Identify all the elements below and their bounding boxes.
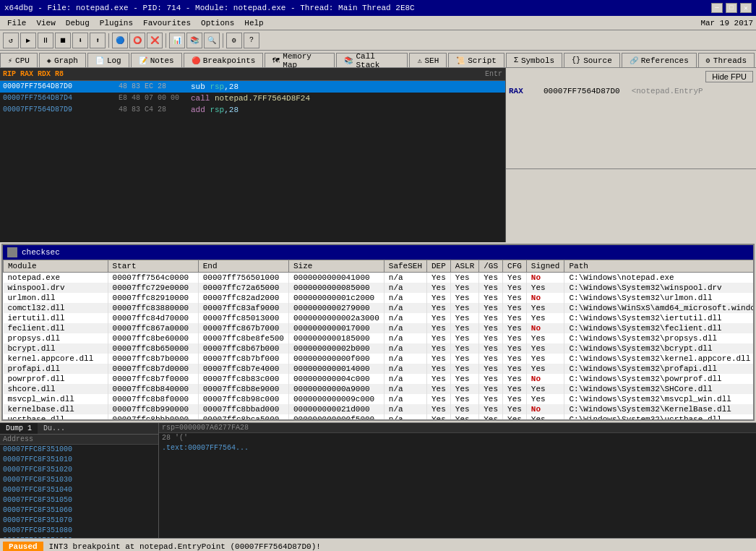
menu-debug[interactable]: Debug <box>61 18 94 28</box>
dump-row[interactable]: 00007FFC8F351050 <box>0 495 158 505</box>
table-row[interactable]: kernel.appcore.dll00007ffc8b7b000000007f… <box>4 354 754 364</box>
table-row[interactable]: ucrtbase.dll00007ffc8bbb000000007ffc8bca… <box>4 414 754 419</box>
menu-view[interactable]: View <box>32 18 59 28</box>
dump-row[interactable]: 00007FFC8F351000 <box>0 445 158 455</box>
cell-11-3: 00000000000a9000 <box>288 384 384 394</box>
cell-8-7: Yes <box>479 354 503 364</box>
tab-notes[interactable]: 📝 Notes <box>131 53 182 67</box>
col-module[interactable]: Module <box>4 260 108 273</box>
tab-references[interactable]: 🔗 References <box>622 53 697 67</box>
col-size[interactable]: Size <box>288 260 384 273</box>
tb-search[interactable]: 🔍 <box>204 33 220 48</box>
hide-fpu-button[interactable]: Hide FPU <box>705 71 753 82</box>
table-row[interactable]: profapi.dll00007ffc8b7d000000007ffc8b7e4… <box>4 364 754 374</box>
tb-hardware-bp[interactable]: ⭕ <box>129 33 145 48</box>
tb-mem-map[interactable]: 📊 <box>169 33 185 48</box>
table-row[interactable]: feclient.dll00007ffc867a000000007ffc867b… <box>4 323 754 333</box>
cell-1-5: Yes <box>427 283 451 293</box>
col-signed[interactable]: Signed <box>526 260 564 273</box>
table-row[interactable]: kernelbase.dll00007ffc8b99000000007ffc8b… <box>4 404 754 414</box>
cell-12-10: C:\Windows\System32\msvcpl_win.dll <box>564 394 753 404</box>
minimize-button[interactable]: ─ <box>711 3 723 13</box>
col-start[interactable]: Start <box>108 260 198 273</box>
col-safeseh[interactable]: SafeSEH <box>384 260 426 273</box>
tb-run[interactable]: ▶ <box>20 33 36 48</box>
tb-breakpoint[interactable]: 🔵 <box>112 33 128 48</box>
code-instr-3: add rsp,28 <box>191 104 239 116</box>
dump-row[interactable]: 00007FFC8F351090 <box>0 536 158 538</box>
cell-14-0: ucrtbase.dll <box>4 414 108 419</box>
tb-help[interactable]: ? <box>244 33 259 48</box>
cell-3-8: Yes <box>503 303 527 313</box>
tb-clear-bp[interactable]: ❌ <box>147 33 163 48</box>
cell-2-1: 00007ffc82910000 <box>108 293 198 303</box>
tab-memory-map[interactable]: 🗺 Memory Map <box>265 53 335 67</box>
table-row[interactable]: powrprof.dll00007ffc8b7f000000007ffc8b83… <box>4 374 754 384</box>
col-end[interactable]: End <box>198 260 288 273</box>
table-row[interactable]: iertutil.dll00007ffc84d7000000007ffc8501… <box>4 313 754 323</box>
tab-graph[interactable]: ◈ Graph <box>39 53 86 67</box>
cell-5-4: n/a <box>384 323 426 333</box>
tb-restart[interactable]: ↺ <box>3 33 19 48</box>
tb-settings[interactable]: ⚙ <box>226 33 242 48</box>
tab-threads[interactable]: ⚙Threads <box>698 53 755 67</box>
cell-7-3: 000000000002b000 <box>288 343 384 354</box>
cell-5-9: No <box>526 323 564 333</box>
cell-7-10: C:\Windows\System32\bcrypt.dll <box>564 343 753 354</box>
tab-call-stack[interactable]: 📚 Call Stack <box>336 53 408 67</box>
dump-row[interactable]: 00007FFC8F351040 <box>0 485 158 495</box>
menu-plugins[interactable]: Plugins <box>95 18 137 28</box>
code-row-3[interactable]: 00007FF7564D87D9 48 83 C4 28 add rsp,28 <box>0 104 505 116</box>
col-cfg[interactable]: CFG <box>503 260 527 273</box>
menu-file[interactable]: File <box>3 18 30 28</box>
tab-symbols[interactable]: ΣSymbols <box>506 53 562 67</box>
tab-source[interactable]: {} Source <box>564 53 620 67</box>
table-row[interactable]: notepad.exe00007ff7564c000000007ff756501… <box>4 273 754 283</box>
tab-breakpoints[interactable]: 🔴Breakpoints <box>184 53 264 67</box>
seh-icon: ⚠ <box>417 56 421 65</box>
code-row-2[interactable]: 00007FF7564D87D4 E8 48 07 00 00 call not… <box>0 93 505 104</box>
tb-pause[interactable]: ⏸ <box>38 33 53 48</box>
menu-favourites[interactable]: Favourites <box>139 18 195 28</box>
tab-log[interactable]: 📄Log <box>87 53 129 67</box>
table-row[interactable]: winspool.drv00007ffc729e000000007ffc72a6… <box>4 283 754 293</box>
menu-help[interactable]: Help <box>240 18 267 28</box>
cell-10-3: 000000000004c000 <box>288 374 384 384</box>
tb-call-stack[interactable]: 📚 <box>186 33 202 48</box>
dump-row[interactable]: 00007FFC8F351080 <box>0 526 158 536</box>
dump-row[interactable]: 00007FFC8F351060 <box>0 505 158 516</box>
dump-tab-2[interactable]: Du... <box>38 423 71 434</box>
col-aslr[interactable]: ASLR <box>450 260 478 273</box>
tab-cpu[interactable]: ⚡CPU <box>0 53 38 67</box>
tb-step-into[interactable]: ⬇ <box>72 33 88 48</box>
table-row[interactable]: urlmon.dll00007ffc8291000000007ffc82ad20… <box>4 293 754 303</box>
table-row[interactable]: bcrypt.dll00007ffc8b65000000007ffc8b67b0… <box>4 343 754 354</box>
cell-8-4: n/a <box>384 354 426 364</box>
dump-row[interactable]: 00007FFC8F351020 <box>0 465 158 475</box>
dump-row[interactable]: 00007FFC8F351030 <box>0 475 158 485</box>
col-path[interactable]: Path <box>564 260 753 273</box>
table-row[interactable]: propsys.dll00007ffc8be6000000007ffc8be8f… <box>4 333 754 343</box>
menu-options[interactable]: Options <box>197 18 239 28</box>
close-button[interactable]: ✕ <box>740 3 752 13</box>
tb-step-over[interactable]: ⬆ <box>90 33 106 48</box>
table-row[interactable]: comctl32.dll00007ffc8388000000007ffc83af… <box>4 303 754 313</box>
tb-stop[interactable]: ⏹ <box>55 33 71 48</box>
table-row[interactable]: msvcpl_win.dll00007ffc8b8f000000007ffc8b… <box>4 394 754 404</box>
cell-5-5: Yes <box>427 323 451 333</box>
reg-rax-value[interactable]: 00007FF7564D87D0 <box>544 85 620 97</box>
cell-13-9: No <box>526 404 564 414</box>
maximize-button[interactable]: □ <box>726 3 737 13</box>
dump-row[interactable]: 00007FFC8F351070 <box>0 516 158 526</box>
table-row[interactable]: shcore.dll00007ffc8b84000000007ffc8b8e90… <box>4 384 754 394</box>
checksec-table-container[interactable]: Module Start End Size SafeSEH DEP ASLR /… <box>3 260 753 419</box>
dump-row[interactable]: 00007FFC8F351010 <box>0 455 158 465</box>
tab-script[interactable]: 📜Script <box>448 53 504 67</box>
tab-seh[interactable]: ⚠SEH <box>409 53 447 67</box>
col-dep[interactable]: DEP <box>427 260 451 273</box>
col-gs[interactable]: /GS <box>479 260 503 273</box>
dump-tab-1[interactable]: Dump 1 <box>0 423 38 434</box>
code-row-1[interactable]: 00007FF7564D87D0 48 83 EC 28 sub rsp,28 <box>0 81 505 93</box>
stack-panel: rsp=0000007A6277FA28 28 '(' .text:00007F… <box>159 423 756 538</box>
cell-4-8: Yes <box>503 313 527 323</box>
